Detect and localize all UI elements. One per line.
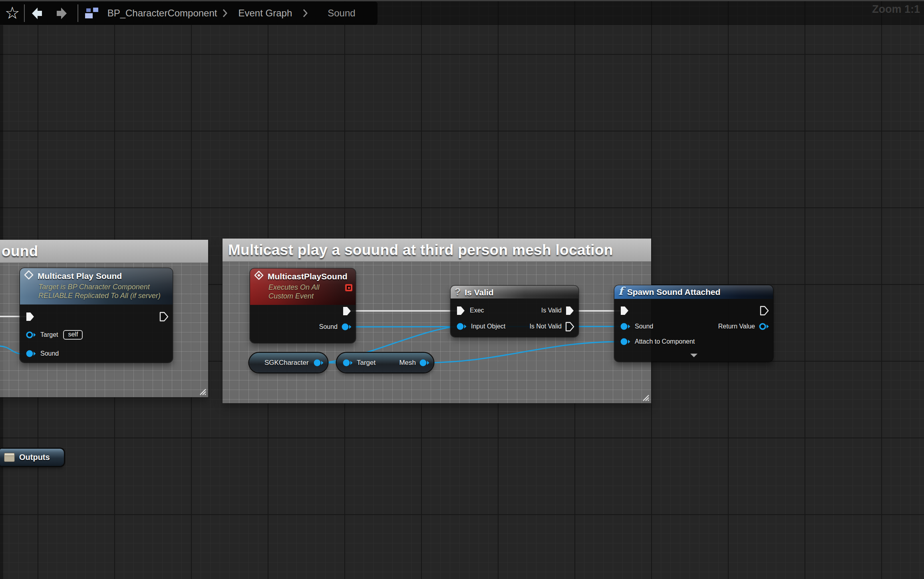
divider: [24, 4, 25, 22]
output-pin[interactable]: [313, 358, 324, 367]
forward-button[interactable]: [57, 7, 67, 20]
pin-label: Attach to Component: [635, 338, 695, 345]
pin-label: Input Object: [471, 323, 505, 330]
is-valid-pin[interactable]: [565, 306, 574, 316]
outputs-label: Outputs: [19, 453, 50, 462]
pin-label: Sound: [40, 350, 59, 357]
back-button[interactable]: [32, 7, 42, 20]
exec-pin[interactable]: [26, 312, 35, 322]
node-header[interactable]: Multicast Play SoundTarget is BP Charact…: [20, 268, 173, 304]
breadcrumb-item[interactable]: Event Graph: [238, 8, 292, 19]
node-sgkcharacter[interactable]: SGKCharacter: [249, 353, 328, 372]
function-icon: f: [618, 287, 623, 297]
expand-node-arrow[interactable]: [690, 352, 698, 359]
breadcrumb-item[interactable]: Sound: [328, 8, 355, 19]
pin-label: Sound: [319, 323, 338, 330]
node-header[interactable]: MulticastPlaySoundExecutes On AllCustom …: [250, 269, 356, 305]
outputs-tab[interactable]: Outputs: [0, 449, 64, 466]
node-title: MulticastPlaySound: [268, 272, 348, 281]
sound-pin[interactable]: [26, 349, 36, 358]
node-multicastplaysound-event[interactable]: MulticastPlaySoundExecutes On AllCustom …: [250, 269, 356, 343]
zoom-level: Zoom 1:1: [872, 3, 920, 16]
node-title: Multicast Play Sound: [38, 271, 122, 281]
node-subtitle: Target is BP Character Component: [20, 283, 173, 291]
pin-label: Mesh: [399, 359, 416, 367]
is-valid-icon: ?: [455, 288, 461, 297]
pin-label: Is Valid: [541, 307, 562, 314]
chevron-right-icon: [222, 9, 228, 18]
pin-label: Sound: [635, 323, 653, 330]
outputs-icon: [4, 453, 15, 462]
exec-pin[interactable]: [159, 312, 169, 322]
exec-pin[interactable]: [456, 306, 465, 316]
exec-pin[interactable]: [620, 306, 629, 316]
exec-pin[interactable]: [760, 306, 769, 316]
node-header[interactable]: fSpawn Sound Attached: [614, 285, 773, 299]
replicated-badge: [345, 284, 352, 291]
divider: [77, 4, 78, 22]
pin-label: Target: [40, 331, 58, 338]
node-get-mesh[interactable]: TargetMesh: [337, 353, 433, 372]
return-value-pin[interactable]: [759, 322, 769, 331]
blueprint-icon: [85, 7, 99, 19]
sound-pin[interactable]: [341, 322, 352, 331]
input-object-pin[interactable]: [456, 322, 467, 331]
node-subtitle: RELIABLE Replicated To All (if server): [20, 291, 173, 300]
variable-label: SGKCharacter: [264, 359, 309, 367]
node-title: Spawn Sound Attached: [627, 287, 721, 297]
favorite-star-icon[interactable]: ☆: [5, 2, 20, 24]
pin-label: Target: [357, 359, 376, 367]
node-spawn-sound-attached[interactable]: fSpawn Sound AttachedSoundReturn ValueAt…: [614, 285, 773, 362]
target-pin[interactable]: [26, 330, 36, 339]
node-subtitle: Custom Event: [250, 292, 356, 300]
is-not-valid-pin[interactable]: [565, 322, 574, 332]
exec-pin[interactable]: [342, 306, 352, 316]
pin-label: Return Value: [718, 323, 755, 330]
node-subtitle: Executes On All: [250, 283, 356, 292]
pin-default-value[interactable]: self: [63, 330, 83, 340]
sound-pin[interactable]: [620, 322, 630, 331]
node-title: Is Valid: [465, 288, 493, 297]
pin-label: Is Not Valid: [529, 323, 562, 330]
node-is-valid[interactable]: ?Is ValidExecIs ValidInput ObjectIs Not …: [451, 286, 578, 337]
chevron-right-icon: [302, 9, 308, 18]
breadcrumb-item[interactable]: BP_CharacterComponent: [107, 8, 217, 19]
node-multicast-play-sound[interactable]: Multicast Play SoundTarget is BP Charact…: [20, 268, 173, 362]
output-pin[interactable]: [419, 358, 429, 367]
attach-to-component-pin[interactable]: [620, 337, 630, 346]
event-dispatcher-icon: [24, 270, 34, 282]
node-header[interactable]: ?Is Valid: [451, 286, 578, 298]
breadcrumb-bar: ☆ BP_CharacterComponentEvent GraphSound: [0, 2, 378, 25]
pin-label: Exec: [470, 307, 484, 314]
target-pin[interactable]: [342, 358, 353, 367]
custom-event-icon: [254, 271, 264, 282]
